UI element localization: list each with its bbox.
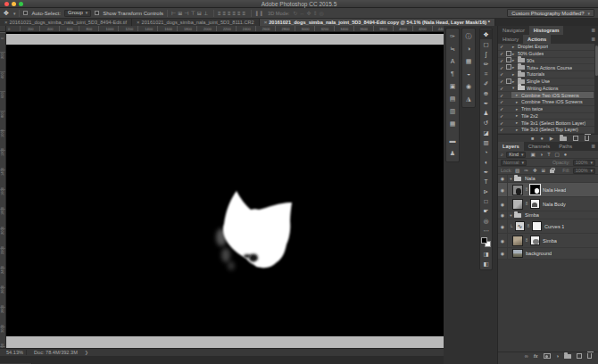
brush-tool[interactable]: ✒ xyxy=(480,98,492,108)
panel-menu-icon[interactable]: ≣ xyxy=(591,35,595,44)
gradient-tool[interactable]: ▥ xyxy=(480,137,492,147)
layer-mask-thumbnail[interactable] xyxy=(530,185,540,194)
action-row[interactable]: ✓▸50% Guides xyxy=(498,51,598,58)
glyphs-panel-icon[interactable]: ▣ xyxy=(446,80,459,93)
camera-raw-panel-icon[interactable]: ◉ xyxy=(462,80,475,93)
action-row[interactable]: ✓▸Tile 3x3 (Select Top Layer) xyxy=(498,127,598,134)
tool-presets-panel-icon[interactable]: ♟ xyxy=(446,147,459,160)
panel-menu-icon[interactable]: ≣ xyxy=(591,142,595,151)
distribute-h-center-icon[interactable]: ≡ xyxy=(237,11,241,16)
layer-thumbnail[interactable] xyxy=(512,185,523,195)
layer-row[interactable]: ◉8Nala Head xyxy=(498,183,598,197)
filter-type-icon[interactable]: T xyxy=(547,152,550,157)
3d-rotate-icon[interactable]: ↻ xyxy=(293,11,297,16)
edit-toolbar[interactable]: ⋯ xyxy=(480,226,492,236)
tab-histogram[interactable]: Histogram xyxy=(529,26,564,35)
blur-tool[interactable]: ◔ xyxy=(480,147,492,157)
3d-scale-icon[interactable]: ◎ xyxy=(319,11,323,16)
action-row[interactable]: ✓▸Trim twice xyxy=(498,106,598,113)
panel-menu-icon[interactable]: ≣ xyxy=(591,26,595,35)
3d-drag-icon[interactable]: ✥ xyxy=(306,11,311,16)
layer-row[interactable]: ◉8Nala Body xyxy=(498,197,598,211)
clone-source-panel-icon[interactable]: ≒ xyxy=(446,43,459,55)
filter-smart-object-icon[interactable]: ● xyxy=(564,152,567,157)
type-tool[interactable]: T xyxy=(480,177,492,186)
filter-shape-icon[interactable]: ▢ xyxy=(555,152,560,157)
action-row[interactable]: ✓▸Droplet Export xyxy=(498,44,598,51)
zoom-tool[interactable]: ◎ xyxy=(480,216,492,226)
swatches-panel-icon[interactable]: ▦ xyxy=(462,55,475,68)
link-layers-icon[interactable]: ∞ xyxy=(525,353,528,359)
adjustment-layer-row[interactable]: ◉└∿8Curves 1 xyxy=(498,219,598,234)
color-panel-icon[interactable]: ◒ xyxy=(462,68,475,80)
hand-tool[interactable]: ☛ xyxy=(480,206,492,216)
color-swatches[interactable] xyxy=(480,236,492,248)
align-right-icon[interactable]: ⊣ xyxy=(184,11,188,16)
quick-selection-tool[interactable]: ✏ xyxy=(480,59,492,69)
notes-panel-icon[interactable]: ▦ xyxy=(446,118,459,130)
scrollbar-thumb[interactable] xyxy=(595,46,598,76)
canvas[interactable] xyxy=(6,32,444,348)
document-tab[interactable]: ×20161021_dogs_simba_nala_joint_5D3_8494… xyxy=(260,19,495,26)
delete-action-icon[interactable] xyxy=(585,136,589,141)
lock-all-icon[interactable] xyxy=(550,170,554,173)
action-row[interactable]: ✓▸Tile 3x1 (Select Bottom Layer) xyxy=(498,120,598,127)
include-check-icon[interactable]: ✓ xyxy=(500,51,506,56)
filter-adjustment-icon[interactable]: ◑ xyxy=(540,152,543,157)
shape-tool[interactable]: □ xyxy=(480,196,492,206)
tool-preset-caret-icon[interactable]: ▾ xyxy=(13,11,16,16)
document-size-info[interactable]: Doc: 78.4M/392.3M xyxy=(34,350,78,355)
visibility-eye-icon[interactable]: ◉ xyxy=(498,219,508,233)
lock-position-icon[interactable]: ✥ xyxy=(533,168,537,173)
measurement-log-panel-icon[interactable]: ▬ xyxy=(446,135,459,147)
modal-toggle-icon[interactable] xyxy=(506,64,512,70)
modal-toggle-icon[interactable] xyxy=(506,57,512,63)
layer-mask-thumbnail[interactable] xyxy=(532,221,542,231)
modal-toggle-icon[interactable] xyxy=(506,79,512,85)
styles-panel-icon[interactable]: ▤ xyxy=(446,93,459,105)
lock-artboard-icon[interactable]: ⊞ xyxy=(542,168,546,173)
layer-mask-thumbnail[interactable] xyxy=(530,199,540,209)
delete-layer-icon[interactable] xyxy=(587,353,592,359)
distribute-bottom-icon[interactable]: ≡ xyxy=(228,11,231,16)
zoom-level-field[interactable]: 54.13% xyxy=(4,350,27,355)
filter-pixel-icon[interactable]: ▣ xyxy=(530,152,535,157)
auto-select-dropdown[interactable]: Group▾ xyxy=(64,10,91,17)
include-check-icon[interactable]: ✓ xyxy=(500,113,506,119)
auto-select-checkbox[interactable] xyxy=(23,11,28,15)
properties-panel-icon[interactable]: ◑ xyxy=(462,43,475,55)
layer-comps-panel-icon[interactable]: ▥ xyxy=(446,105,459,118)
align-top-icon[interactable]: ⊤ xyxy=(190,11,195,16)
layer-filter-dropdown[interactable]: Kind▾ xyxy=(506,152,526,158)
visibility-eye-icon[interactable]: ◉ xyxy=(498,211,508,219)
layer-group-row[interactable]: ◉▾Nala xyxy=(498,175,598,183)
include-check-icon[interactable]: ✓ xyxy=(500,127,506,132)
crop-tool[interactable]: ⌗ xyxy=(480,69,492,79)
align-v-center-icon[interactable]: ⊟ xyxy=(197,11,202,16)
move-tool[interactable]: ✥ xyxy=(480,29,492,39)
eyedropper-tool[interactable]: ✐ xyxy=(480,79,492,88)
add-mask-icon[interactable] xyxy=(544,353,551,359)
visibility-eye-icon[interactable]: ◉ xyxy=(498,197,508,211)
align-left-icon[interactable]: ⊢ xyxy=(171,11,176,16)
include-check-icon[interactable]: ✓ xyxy=(500,71,506,77)
horizontal-ruler[interactable]: 0200400600800100012001400160018002000220… xyxy=(0,26,444,32)
path-selection-tool[interactable]: ⊳ xyxy=(480,186,492,196)
layer-row[interactable]: ◉8Simba xyxy=(498,234,598,248)
new-layer-icon[interactable] xyxy=(577,353,582,359)
marquee-tool[interactable]: ▢ xyxy=(480,39,492,49)
blend-mode-dropdown[interactable]: Normal▾ xyxy=(501,160,527,166)
brush-settings-panel-icon[interactable]: ✑ xyxy=(446,30,459,43)
dodge-tool[interactable]: ◖ xyxy=(480,157,492,167)
tab-layers[interactable]: Layers xyxy=(498,142,524,151)
foreground-color-swatch[interactable] xyxy=(481,237,487,244)
distribute-top-icon[interactable]: ≡ xyxy=(218,11,221,16)
ruler-origin[interactable] xyxy=(0,26,6,32)
action-row[interactable]: ✓▸90s xyxy=(498,58,598,65)
align-h-center-icon[interactable]: ⊞ xyxy=(178,11,182,16)
new-group-icon[interactable] xyxy=(564,354,571,359)
visibility-eye-icon[interactable]: ◉ xyxy=(498,248,508,259)
new-action-icon[interactable] xyxy=(573,136,578,141)
healing-brush-tool[interactable]: ⊕ xyxy=(480,88,492,98)
visibility-eye-icon[interactable]: ◉ xyxy=(498,175,508,182)
